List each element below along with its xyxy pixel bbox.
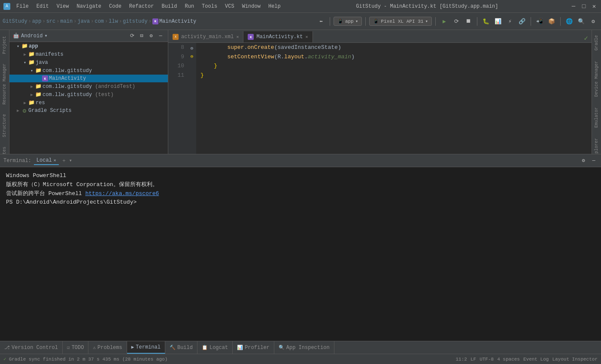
avd-manager-icon[interactable]: 📲 [534, 16, 545, 27]
menu-help[interactable]: Help [265, 3, 284, 10]
tab-problems[interactable]: ⚠ Problems [88, 341, 127, 354]
profile-icon[interactable]: ⚡ [505, 16, 515, 27]
tab-kt-close[interactable]: ✕ [305, 34, 308, 39]
code-content[interactable]: super.onCreate(savedInstanceState) setCo… [196, 43, 592, 154]
collapse-all-icon[interactable]: ⊟ [138, 32, 146, 40]
app-arrow[interactable]: ▾ [15, 44, 21, 49]
debug-icon[interactable]: 🐛 [481, 16, 491, 27]
back-nav-icon[interactable]: ⬅ [316, 16, 326, 27]
terminal-minimize-icon[interactable]: ─ [590, 157, 598, 165]
menu-window[interactable]: Window [239, 3, 264, 10]
terminal-tab-local[interactable]: Local ✕ [34, 156, 59, 165]
device-selector[interactable]: 📱 app ▾ [334, 17, 362, 26]
device-file-explorer-sidebar-item[interactable]: Device File Explorer [592, 133, 601, 154]
layout-inspector-link[interactable]: Layout Inspector [552, 357, 598, 362]
breadcrumb-llw[interactable]: llw [109, 18, 118, 24]
tree-item-res[interactable]: ▶ 📁 res [9, 99, 168, 107]
tree-item-test[interactable]: ▶ 📁 com.llw.gitstudy (test) [9, 90, 168, 99]
menu-run[interactable]: Run [181, 3, 197, 10]
menu-bar[interactable]: File Edit View Navigate Code Refactor Bu… [13, 3, 284, 10]
breadcrumb-main[interactable]: main [60, 18, 73, 24]
sync-project-icon[interactable]: ⟳ [128, 32, 136, 40]
terminal-dropdown-button[interactable]: ▾ [69, 157, 72, 164]
menu-vcs[interactable]: VCS [222, 3, 238, 10]
tree-item-java[interactable]: ▾ 📁 java [9, 58, 168, 66]
search-icon[interactable]: 🔍 [576, 16, 586, 27]
tree-item-app[interactable]: ▾ 📁 app [9, 42, 168, 50]
file-encoding[interactable]: UTF-8 [480, 357, 494, 362]
emulator-sidebar-item[interactable]: Emulator [592, 102, 601, 133]
gradle-sidebar-item[interactable]: Gradle [592, 30, 601, 56]
breadcrumb-com[interactable]: com [94, 18, 104, 24]
sdk-manager-icon[interactable]: 📦 [546, 16, 557, 27]
breadcrumb-gitstudy[interactable]: GitStudy [3, 18, 27, 24]
gutter-11[interactable]: ⊖ [188, 53, 196, 61]
project-strip-label[interactable]: Project [1, 32, 8, 58]
menu-code[interactable]: Code [106, 3, 125, 10]
tab-build[interactable]: 🔨 Build [165, 341, 197, 354]
settings-panel-icon[interactable]: ⚙ [147, 32, 155, 40]
tab-mainactivity-kt[interactable]: K MainActivity.kt ✕ [243, 31, 313, 42]
tree-item-manifests[interactable]: ▶ 📁 manifests [9, 50, 168, 58]
tab-app-inspection[interactable]: 🔍 App Inspection [274, 341, 334, 354]
api-selector[interactable]: 📱 Pixel XL API 31 ▾ [369, 17, 432, 26]
tab-profiler[interactable]: 📊 Profiler [233, 341, 274, 354]
indent-setting[interactable]: 4 spaces [497, 357, 520, 362]
terminal-add-button[interactable]: ＋ [61, 157, 67, 164]
tree-item-com-llw-gitstudy[interactable]: ▾ 📁 com.llw.gitstudy [9, 66, 168, 75]
structure-label[interactable]: Structure [1, 110, 8, 141]
event-log-link[interactable]: Event Log [523, 357, 549, 362]
tree-item-androidtest[interactable]: ▶ 📁 com.llw.gitstudy (androidTest) [9, 82, 168, 90]
test-arrow[interactable]: ▶ [29, 92, 34, 97]
breadcrumb-src[interactable]: src [46, 18, 56, 24]
line-ending[interactable]: LF [470, 357, 476, 362]
settings-icon[interactable]: ⚙ [588, 16, 598, 27]
gutter-10[interactable]: ⊖ [188, 45, 196, 53]
tab-xml-close[interactable]: ✕ [236, 34, 239, 39]
sync-button[interactable]: ⟳ [451, 16, 461, 27]
terminal-tab-close[interactable]: ✕ [54, 158, 56, 163]
breadcrumb-app[interactable]: app [32, 18, 42, 24]
terminal-pscore6-link[interactable]: https://aka.ms/pscore6 [85, 190, 159, 197]
tree-item-gradle-scripts[interactable]: ▶ ⚙ Gradle Scripts [9, 107, 168, 114]
cursor-position[interactable]: 11:2 [456, 357, 467, 362]
close-button[interactable]: ✕ [591, 3, 598, 10]
menu-build[interactable]: Build [158, 3, 180, 10]
android-selector[interactable]: 🤖 Android ▾ [13, 33, 48, 39]
terminal-settings-icon[interactable]: ⚙ [580, 157, 587, 165]
tab-version-control[interactable]: ⎇ Version Control [0, 341, 63, 354]
menu-view[interactable]: View [53, 3, 73, 10]
run-button[interactable]: ▶ [439, 16, 449, 27]
java-arrow[interactable]: ▾ [22, 60, 27, 65]
resource-manager-label[interactable]: Resource Manager [1, 59, 8, 109]
minimize-button[interactable]: ─ [570, 3, 577, 10]
menu-refactor[interactable]: Refactor [126, 3, 158, 10]
gradle-arrow[interactable]: ▶ [15, 108, 21, 113]
tab-todo[interactable]: ☑ TODO [63, 341, 88, 354]
breadcrumb-java[interactable]: java [77, 18, 90, 24]
translate-icon[interactable]: 🌐 [564, 16, 574, 27]
breadcrumb-gitstudy-pkg[interactable]: gitstudy [123, 18, 148, 24]
coverage-icon[interactable]: 📊 [493, 16, 503, 27]
menu-tools[interactable]: Tools [198, 3, 221, 10]
manifests-arrow[interactable]: ▶ [22, 52, 27, 57]
attach-debugger-icon[interactable]: 🔗 [517, 16, 527, 27]
code-editor[interactable]: 8 9 10 11 ⊖ ⊖ super.onCreate(savedInstan… [168, 43, 592, 154]
menu-file[interactable]: File [13, 3, 32, 10]
menu-edit[interactable]: Edit [33, 3, 52, 10]
terminal-body[interactable]: Windows PowerShell 版权所有（C）Microsoft Corp… [0, 167, 601, 341]
stop-button[interactable]: ⏹ [463, 16, 474, 27]
breadcrumb-mainactivity[interactable]: MainActivity [159, 18, 196, 24]
tab-logcat[interactable]: 📋 Logcat [197, 341, 233, 354]
maximize-button[interactable]: □ [580, 3, 587, 10]
device-manager-sidebar-item[interactable]: Device Manager [592, 56, 601, 102]
res-arrow[interactable]: ▶ [22, 100, 27, 105]
androidtest-arrow[interactable]: ▶ [29, 84, 34, 89]
menu-navigate[interactable]: Navigate [73, 3, 105, 10]
tab-activity-main-xml[interactable]: X activity_main.xml ✕ [168, 31, 243, 42]
favorites-label[interactable]: Favorites [1, 142, 8, 154]
tab-terminal[interactable]: ▶ Terminal [127, 341, 165, 354]
window-controls[interactable]: ─ □ ✕ [570, 3, 598, 10]
close-panel-icon[interactable]: ─ [157, 32, 164, 40]
tree-item-mainactivity[interactable]: ▶ K MainActivity [9, 75, 168, 82]
